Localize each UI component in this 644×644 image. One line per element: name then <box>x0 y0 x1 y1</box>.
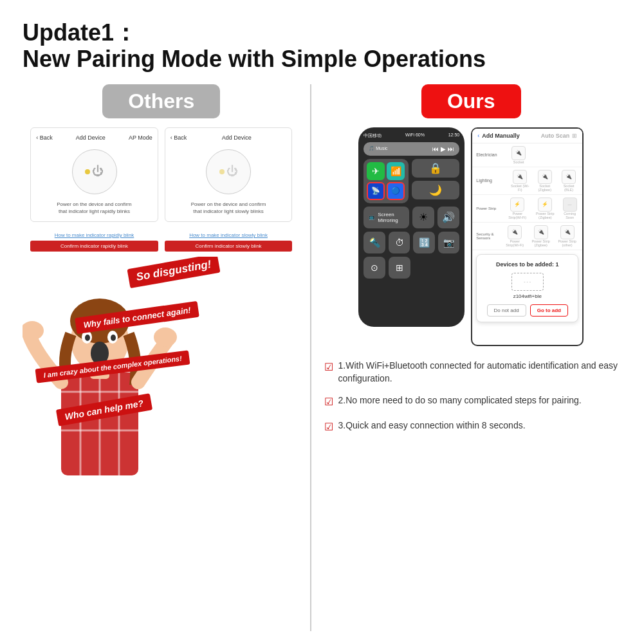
power-icon-1: ⏻ <box>92 165 104 178</box>
top-section-left: Others ‹ Back Add Device AP Mode ⏻ <box>23 84 300 252</box>
bubble-4: Who can help me? <box>56 393 152 426</box>
phones-container: 中国移动 WiFi 60% 12:50 🎵 Music ⏮ ▶ ⏭ <box>358 127 584 346</box>
dialog-title: Devices to be added: 1 <box>482 261 573 268</box>
device-screen-card-1: ‹ Back Add Device AP Mode ⏻ Power on the… <box>30 127 158 222</box>
screen-circle-2: ⏻ <box>206 149 251 194</box>
socket-icon: 🔌 <box>511 146 526 160</box>
cat-lighting-icons: 🔌 Socket (Wi-Fi) 🔌 Socket (Zigbee) 🔌 So <box>510 170 578 192</box>
app-screen: ‹ Add Manually Auto Scan ⊞ Electrician <box>471 127 584 346</box>
time-display: 12:50 <box>448 133 460 139</box>
coming-soon-icon: — <box>563 198 577 212</box>
security-1-item[interactable]: 🔌 Power Strip(Wi-Fi) <box>504 225 526 247</box>
dialog-buttons: Do not add Go to add <box>482 304 573 317</box>
benefit-item-1: ☑ 1.With WiFi+Bluetooth connected for au… <box>324 359 619 385</box>
bottom-frustration: So disgusting! Why fails to connect agai… <box>23 257 300 475</box>
lock-block: 🔒 <box>412 159 459 178</box>
do-not-add-button[interactable]: Do not add <box>487 304 526 317</box>
power-strip-zigbee-label: Power Strip (Zigbee) <box>532 212 558 219</box>
connect-btn-group-2: How to make indicator slowly blink Confi… <box>165 232 293 252</box>
zigbee-socket-item[interactable]: 🔌 Socket (Zigbee) <box>533 170 557 192</box>
app-title-bar: Add Manually Auto Scan <box>482 133 569 139</box>
music-widget: 🎵 Music ⏮ ▶ ⏭ <box>363 142 459 156</box>
app-header: ‹ Add Manually Auto Scan ⊞ <box>472 129 582 143</box>
wifi-socket-label: Socket (Wi-Fi) <box>510 184 531 192</box>
cat-electrician-icons: 🔌 Socket <box>511 146 526 164</box>
connectivity-block: ✈ 📶 📡 🔵 <box>363 159 409 203</box>
ble-socket-item[interactable]: 🔌 Socket (BLE) <box>559 170 578 192</box>
cat-power-strip-icons: ⚡ Power Strip(Wi-Fi) ⚡ Power Strip (Zigb… <box>506 198 578 219</box>
benefit-item-2: ☑ 2.No more need to do so many complicat… <box>324 394 619 409</box>
timer-icon[interactable]: ⏱ <box>389 232 410 253</box>
cat-security: Security & Sensors 🔌 Power Strip(Wi-Fi) … <box>472 223 582 250</box>
bubble-3: I am crazy about the complex operations! <box>35 350 190 383</box>
bubble-container: So disgusting! Why fails to connect agai… <box>35 257 300 475</box>
next-icon[interactable]: ⏭ <box>448 145 454 152</box>
scan-icon-app[interactable]: ⊞ <box>572 133 577 139</box>
device-screen-card-2: ‹ Back Add Device ⏻ Power on the device … <box>165 127 293 222</box>
power-strip-zigbee-icon: ⚡ <box>538 198 552 212</box>
bottom-toggles: 📡 🔵 <box>367 182 405 200</box>
title-section: Update1： New Pairing Mode with Simple Op… <box>23 19 621 73</box>
confirm-rapidly-button[interactable]: Confirm indicator rapidly blink <box>30 241 158 252</box>
device-icon-label: - - - <box>524 279 531 284</box>
screen-desc-1: Power on the device and confirmthat indi… <box>57 201 132 215</box>
ble-socket-label: Socket (BLE) <box>559 184 578 192</box>
security-3-item[interactable]: 🔌 Power Strip (other) <box>556 225 578 247</box>
how-to-rapidly-link[interactable]: How to make indicator rapidly blink <box>55 232 134 238</box>
scan-icon[interactable]: ⊞ <box>389 257 410 279</box>
back-label-2: ‹ Back <box>170 134 187 141</box>
cc-row-4: ⊙ ⊞ <box>363 257 459 279</box>
add-manually-label[interactable]: Add Manually <box>482 133 520 139</box>
security-1-label: Power Strip(Wi-Fi) <box>504 239 526 247</box>
wifi-icon[interactable]: 📶 <box>387 162 405 180</box>
security-3-label: Power Strip (other) <box>556 239 578 247</box>
brightness-block[interactable]: ☀ <box>412 207 434 228</box>
category-list: Electrician 🔌 Socket Lighting <box>472 143 582 250</box>
power-strip-wifi-item[interactable]: ⚡ Power Strip(Wi-Fi) <box>506 198 529 219</box>
play-icon[interactable]: ▶ <box>441 145 446 152</box>
prev-icon[interactable]: ⏮ <box>432 145 439 152</box>
airplane-icon[interactable]: ✈ <box>367 162 385 180</box>
how-to-slowly-link[interactable]: How to make indicator slowly blink <box>189 232 268 238</box>
vertical-divider <box>310 84 311 631</box>
device-preview: - - - z104wifi+ble <box>482 273 573 299</box>
device-dialog: Devices to be added: 1 - - - z104wifi+bl… <box>476 254 578 322</box>
qr-icon[interactable]: ⊙ <box>363 257 385 279</box>
go-to-add-button[interactable]: Go to add <box>530 304 568 317</box>
moon-block: 🌙 <box>412 181 459 199</box>
bluetooth-icon[interactable]: 🔵 <box>387 182 405 200</box>
power-icon-2: ⏻ <box>226 165 238 178</box>
cat-security-icons: 🔌 Power Strip(Wi-Fi) 🔌 Power Strip (Zigb… <box>504 225 578 247</box>
cat-power-strip: Power Strip ⚡ Power Strip(Wi-Fi) ⚡ Power… <box>472 195 582 223</box>
volume-block[interactable]: 🔊 <box>437 207 459 228</box>
app-back-icon[interactable]: ‹ <box>477 133 479 139</box>
status-bar: 中国移动 WiFi 60% 12:50 <box>363 133 459 139</box>
benefit-text-3: 3.Quick and easy connection within 8 sec… <box>338 419 526 432</box>
security-2-label: Power Strip (Zigbee) <box>528 239 553 247</box>
power-strip-zigbee-item[interactable]: ⚡ Power Strip (Zigbee) <box>532 198 558 219</box>
calculator-icon[interactable]: 🔢 <box>413 232 435 253</box>
check-icon-3: ☑ <box>324 419 333 434</box>
auto-scan-label[interactable]: Auto Scan <box>541 133 570 139</box>
wifi-toggle-icon[interactable]: 📡 <box>367 182 385 200</box>
zigbee-socket-label: Socket (Zigbee) <box>533 184 557 192</box>
add-device-label-1: Add Device <box>76 134 106 141</box>
screen-mirroring-block[interactable]: 📺 Screen Mirroring <box>363 207 409 228</box>
moon-icon[interactable]: 🌙 <box>429 184 442 196</box>
check-icon-2: ☑ <box>324 394 333 409</box>
carrier: 中国移动 <box>363 133 382 139</box>
socket-item[interactable]: 🔌 Socket <box>511 146 526 164</box>
flashlight-icon[interactable]: 🔦 <box>363 232 385 253</box>
wifi-socket-item[interactable]: 🔌 Socket (Wi-Fi) <box>510 170 531 192</box>
connect-buttons: How to make indicator rapidly blink Conf… <box>23 232 300 252</box>
cc-row-3: 🔦 ⏱ 🔢 📷 <box>363 232 459 253</box>
top-toggles: ✈ 📶 <box>367 162 405 180</box>
right-side: Ours 中国移动 WiFi 60% 12:50 🎵 Music <box>321 84 622 631</box>
screen-mirroring-icon: 📺 <box>369 214 375 220</box>
confirm-slowly-button[interactable]: Confirm indicator slowly blink <box>165 241 293 252</box>
lock-icon[interactable]: 🔒 <box>429 162 442 174</box>
security-2-item[interactable]: 🔌 Power Strip (Zigbee) <box>528 225 553 247</box>
benefits-list: ☑ 1.With WiFi+Bluetooth connected for au… <box>321 359 622 443</box>
camera-icon[interactable]: 📷 <box>438 232 460 253</box>
check-icon-1: ☑ <box>324 360 333 374</box>
